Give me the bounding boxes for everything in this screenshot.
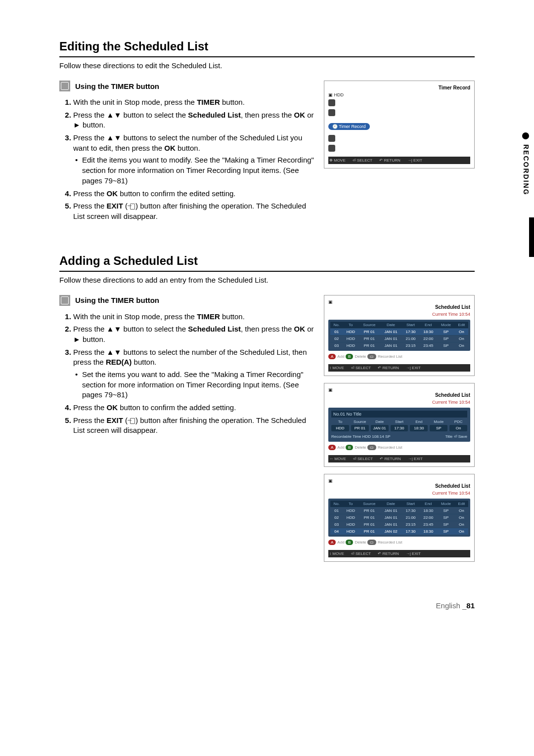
table-row: 01HDDPR 01JAN 0117:3018:30SPOn	[330, 507, 468, 514]
edit-values: HDDPR 01JAN 0117:3018:30SPOn	[331, 425, 467, 431]
step-2: Press the ▲▼ button to select the Schedu…	[73, 110, 314, 130]
shot-title: Timer Record	[328, 85, 470, 90]
side-tab-bar	[529, 217, 534, 257]
step-3: Press the ▲▼ buttons to select the numbe…	[73, 133, 314, 186]
timer-icon	[59, 81, 70, 91]
section-title-editing: Editing the Scheduled List	[59, 40, 475, 57]
step-2: Press the ▲▼ button to select the Schedu…	[73, 324, 314, 344]
footbar: ↕ MOVE ⏎ SELECT ↶ RETURN →| EXIT	[328, 364, 470, 372]
sched-table-a: No.ToSourceDateStartEndModeEdit 01HDDPR …	[330, 322, 468, 349]
legend: AAdd BDelete ▭Recorded List	[328, 354, 470, 359]
table-header: To	[343, 322, 358, 329]
table-row: 04HDDPR 01JAN 0217:3018:30SPOn	[330, 528, 468, 535]
step-4: Press the OK button to confirm the added…	[73, 403, 314, 413]
current-time: Current Time 10:54	[328, 400, 470, 405]
table-row: 01HDDPR 01JAN 0117:3018:30SPOn	[330, 328, 468, 335]
screenshot-scheduled-list-c: ▣ Scheduled List Current Time 10:54 No.T…	[324, 474, 475, 562]
steps-adding: With the unit in Stop mode, press the TI…	[59, 312, 314, 436]
legend: AAdd BDelete ▭Recorded List	[328, 445, 470, 450]
page-footer: English _81	[59, 601, 475, 610]
table-header: No.	[330, 322, 343, 329]
step-3-sub: Edit the items you want to modify. See t…	[82, 155, 314, 186]
step-1: With the unit in Stop mode, press the TI…	[73, 312, 314, 322]
timer-label: Using the TIMER button	[75, 82, 159, 90]
table-header: End	[419, 322, 437, 329]
screenshot-timer-record: Timer Record ▣ HDD 🕘 Timer Record ✥ MOVE…	[324, 81, 475, 168]
step-5: Press the EXIT () button after finishing…	[73, 201, 314, 221]
section-intro-adding: Follow these directions to add an entry …	[59, 276, 475, 284]
timer-label: Using the TIMER button	[75, 296, 159, 304]
legend: AAdd BDelete ▭Recorded List	[328, 540, 470, 545]
edit-title: No.01 No Title	[331, 411, 467, 418]
nav-icon	[328, 145, 335, 152]
step-4: Press the OK button to confirm the edite…	[73, 189, 314, 199]
table-header: Source	[358, 322, 380, 329]
side-tab-label: RECORDING	[522, 144, 530, 196]
current-time: Current Time 10:54	[328, 312, 470, 317]
section-title-adding: Adding a Scheduled List	[59, 254, 475, 272]
exit-icon	[128, 417, 135, 424]
rec-line: Recordable Time HDD 108:14 SP Title ⏎ Sa…	[331, 434, 467, 439]
steps-editing: With the unit in Stop mode, press the TI…	[59, 97, 314, 222]
table-row: 02HDDPR 01JAN 0121:0022:00SPOn	[330, 335, 468, 342]
table-header: End	[419, 501, 437, 507]
step-3: Press the ▲▼ buttons to select the numbe…	[73, 347, 314, 400]
table-header: Start	[402, 322, 420, 329]
table-header: Edit	[455, 322, 468, 329]
shot-title: Scheduled List	[328, 392, 470, 398]
table-header: Source	[358, 501, 380, 507]
shot-title: Scheduled List	[328, 304, 470, 310]
table-row: 03HDDPR 01JAN 0123:1523:45SPOn	[330, 342, 468, 349]
edit-fields: ToSourceDateStartEndModePDC	[331, 420, 467, 424]
step-3-sub: Set the items you want to add. See the "…	[82, 370, 314, 400]
table-header-row: No.ToSourceDateStartEndModeEdit	[330, 501, 468, 507]
nav-icons	[328, 99, 470, 116]
step-1: With the unit in Stop mode, press the TI…	[73, 97, 314, 108]
table-row: 02HDDPR 01JAN 0121:0022:00SPOn	[330, 514, 468, 521]
nav-icon	[328, 135, 335, 142]
table-header: Mode	[437, 322, 455, 329]
step-5: Press the EXIT () button after finishing…	[73, 416, 314, 436]
shot-title: Scheduled List	[328, 483, 470, 489]
screenshot-scheduled-list-a: ▣ Scheduled List Current Time 10:54 No.T…	[324, 295, 475, 376]
exit-icon	[128, 203, 135, 210]
table-header-row: No.ToSourceDateStartEndModeEdit	[330, 322, 468, 329]
table-header: Edit	[455, 501, 468, 507]
table-header: To	[343, 501, 358, 507]
bullet-icon	[522, 132, 529, 139]
timer-icon	[59, 295, 70, 306]
section-intro-editing: Follow these directions to edit the Sche…	[59, 61, 475, 70]
table-header: Mode	[437, 501, 455, 507]
hdd-label: ▣ HDD	[328, 92, 470, 97]
current-time: Current Time 10:54	[328, 491, 470, 496]
side-tab: RECORDING	[519, 128, 534, 287]
table-header: Date	[380, 501, 401, 507]
nav-icon	[328, 99, 335, 106]
footbar: ↔ MOVE ⏎ SELECT ↶ RETURN →| EXIT	[328, 455, 470, 462]
nav-icon	[328, 109, 335, 116]
table-header: Date	[380, 322, 401, 329]
table-header: No.	[330, 501, 343, 507]
nav-icons	[328, 135, 470, 152]
sched-table-c: No.ToSourceDateStartEndModeEdit 01HDDPR …	[330, 501, 468, 535]
footbar: ✥ MOVE ⏎ SELECT ↶ RETURN →| EXIT	[328, 157, 470, 164]
footbar: ↕ MOVE ⏎ SELECT ↶ RETURN →| EXIT	[328, 550, 470, 557]
table-row: 03HDDPR 01JAN 0123:1523:45SPOn	[330, 521, 468, 528]
timer-record-pill: 🕘 Timer Record	[328, 123, 370, 130]
table-header: Start	[402, 501, 420, 507]
screenshot-scheduled-list-edit: ▣ Scheduled List Current Time 10:54 No.0…	[324, 383, 475, 467]
